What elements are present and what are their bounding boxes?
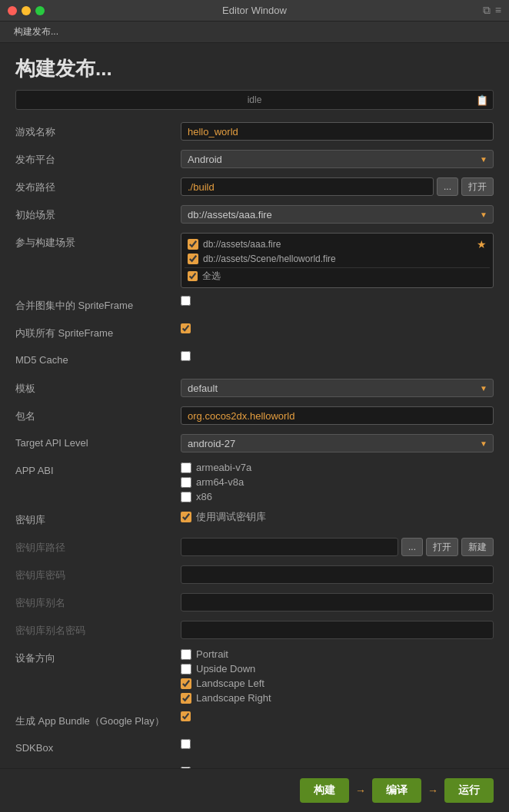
scene2-name: db://assets/Scene/helloworld.fire (203, 254, 487, 264)
select-all-checkbox[interactable] (188, 271, 198, 281)
tab-bar: 构建发布... (0, 22, 509, 43)
app-bundle-checkbox[interactable] (181, 711, 191, 721)
orientation-landscape-right-row: Landscape Right (181, 692, 494, 704)
package-name-row: 包名 (15, 406, 494, 426)
md5-cache-checkbox[interactable] (181, 351, 191, 361)
platform-label: 发布平台 (15, 150, 181, 167)
target-api-select-wrapper: android-27 android-28 android-29 ▼ (181, 434, 494, 452)
keystore-label: 密钥库 (15, 510, 181, 527)
menu-icon[interactable]: ≡ (495, 4, 501, 17)
abi3-row: x86 (181, 491, 494, 502)
package-name-input[interactable] (181, 406, 494, 425)
platform-select-wrapper: Android iOS Web Mobile Web Desktop ▼ (181, 150, 494, 168)
run-button[interactable]: 运行 (444, 778, 494, 803)
orientation-label: 设备方向 (15, 648, 181, 665)
keystore-alias-password-input[interactable] (181, 621, 494, 639)
tab-build[interactable]: 构建发布... (6, 22, 66, 42)
keystore-path-label: 密钥库路径 (15, 538, 181, 555)
merge-sprites-checkbox[interactable] (181, 296, 191, 306)
abi2-checkbox[interactable] (181, 477, 191, 488)
orientation-portrait-label: Portrait (196, 648, 228, 660)
game-name-control (181, 122, 494, 141)
sdkbox-checkbox[interactable] (181, 739, 191, 749)
abi1-checkbox[interactable] (181, 462, 191, 473)
build-path-input[interactable] (181, 177, 434, 196)
game-name-row: 游戏名称 (15, 122, 494, 142)
maximize-button[interactable] (35, 6, 45, 15)
keystore-path-input-wrap (181, 538, 398, 556)
app-abi-label: APP ABI (15, 462, 181, 476)
orientation-landscape-left-checkbox[interactable] (181, 678, 191, 689)
orientation-portrait-row: Portrait (181, 648, 494, 660)
orientation-landscape-right-label: Landscape Right (196, 692, 271, 704)
close-button[interactable] (8, 6, 17, 15)
orientation-landscape-right-checkbox[interactable] (181, 693, 191, 704)
window-title: Editor Window (222, 5, 287, 16)
popout-icon[interactable]: ⧉ (483, 4, 491, 17)
keystore-path-inner: ... 打开 新建 (181, 538, 494, 556)
keystore-password-row: 密钥库密码 (15, 565, 494, 585)
keystore-path-dots-button[interactable]: ... (401, 538, 423, 556)
scenes-label: 参与构建场景 (15, 233, 181, 250)
progress-label: idle (248, 94, 262, 105)
keystore-alias-password-control (181, 621, 494, 639)
build-path-open-button[interactable]: 打开 (461, 177, 494, 196)
build-button[interactable]: 构建 (300, 778, 349, 803)
md5-cache-row: MD5 Cache (15, 351, 494, 371)
orientation-portrait-checkbox[interactable] (181, 649, 191, 660)
app-abi-control: armeabi-v7a arm64-v8a x86 (181, 462, 494, 502)
keystore-path-row: 密钥库路径 ... 打开 新建 (15, 538, 494, 558)
target-api-select[interactable]: android-27 android-28 android-29 (181, 434, 494, 452)
package-name-control (181, 406, 494, 425)
orientation-upside-down-row: Upside Down (181, 663, 494, 674)
select-all-row: 全选 (185, 267, 490, 284)
merge-sprites-row: 合并图集中的 SpriteFrame (15, 296, 494, 316)
inline-sprites-checkbox[interactable] (181, 323, 191, 333)
template-label: 模板 (15, 379, 181, 396)
progress-bar: idle 📋 (15, 90, 494, 110)
minimize-button[interactable] (22, 6, 31, 15)
orientation-landscape-left-row: Landscape Left (181, 678, 494, 689)
keystore-password-input[interactable] (181, 565, 494, 584)
inline-sprites-label: 内联所有 SpriteFrame (15, 323, 181, 340)
keystore-path-new-button[interactable]: 新建 (461, 538, 494, 556)
footer: 构建 → 编译 → 运行 (0, 768, 509, 812)
scene1-name: db://assets/aaa.fire (203, 239, 472, 250)
star-icon: ★ (477, 238, 487, 250)
progress-icon: 📋 (476, 94, 488, 106)
scenes-list: db://assets/aaa.fire ★ db://assets/Scene… (181, 233, 494, 288)
keystore-alias-input[interactable] (181, 593, 494, 611)
platform-select[interactable]: Android iOS Web Mobile Web Desktop (181, 150, 494, 168)
scene1-checkbox[interactable] (188, 239, 198, 250)
start-scene-row: 初始场景 db://assets/aaa.fire ▼ (15, 205, 494, 225)
scene2-checkbox[interactable] (188, 254, 198, 264)
arrow-icon-1: → (355, 784, 366, 797)
keystore-row: 密钥库 使用调试密钥库 (15, 510, 494, 530)
start-scene-select[interactable]: db://assets/aaa.fire (181, 205, 494, 224)
orientation-upside-down-checkbox[interactable] (181, 664, 191, 674)
title-bar: Editor Window ⧉ ≡ (0, 0, 509, 22)
app-bundle-label: 生成 App Bundle（Google Play） (15, 711, 181, 728)
keystore-path-input[interactable] (181, 538, 398, 556)
platform-control: Android iOS Web Mobile Web Desktop ▼ (181, 150, 494, 168)
compile-button[interactable]: 编译 (372, 778, 421, 803)
abi1-label: armeabi-v7a (196, 462, 251, 473)
game-name-label: 游戏名称 (15, 122, 181, 139)
keystore-path-open-button[interactable]: 打开 (426, 538, 458, 556)
keystore-password-control (181, 565, 494, 584)
build-path-dots-button[interactable]: ... (437, 177, 458, 196)
page-title: 构建发布... (15, 55, 494, 82)
keystore-alias-row: 密钥库别名 (15, 593, 494, 613)
orientation-control: Portrait Upside Down Landscape Left Land… (181, 648, 494, 704)
window-controls[interactable] (8, 6, 45, 15)
build-path-input-wrap (181, 177, 434, 196)
build-path-row: 发布路径 ... 打开 (15, 177, 494, 197)
keystore-debug-checkbox[interactable] (181, 512, 191, 522)
game-name-input[interactable] (181, 122, 494, 141)
template-select[interactable]: default link (181, 379, 494, 397)
merge-sprites-control (181, 296, 494, 308)
target-api-row: Target API Level android-27 android-28 a… (15, 434, 494, 454)
abi3-checkbox[interactable] (181, 492, 191, 502)
template-select-wrapper: default link ▼ (181, 379, 494, 397)
template-row: 模板 default link ▼ (15, 379, 494, 399)
